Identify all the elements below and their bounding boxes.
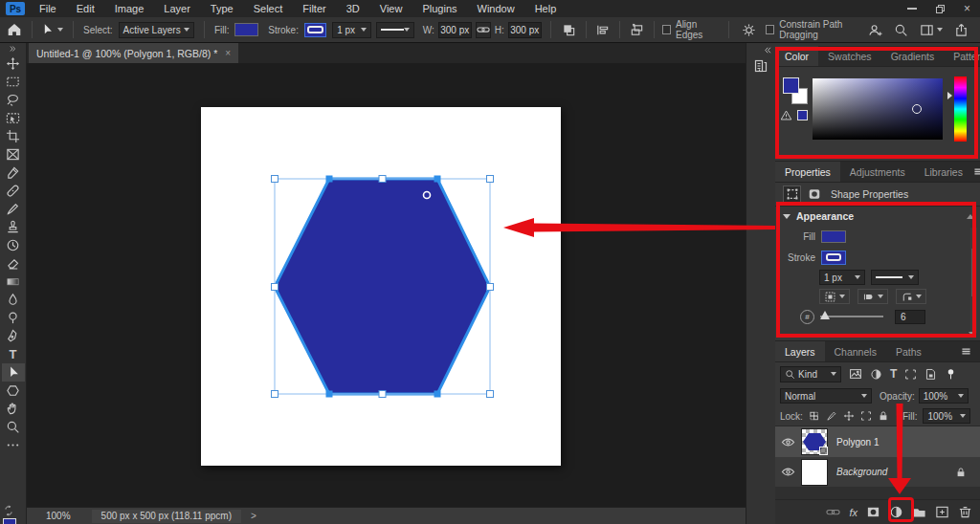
menu-type[interactable]: Type xyxy=(211,3,234,14)
lock-transparency-icon[interactable] xyxy=(809,410,820,422)
path-arrangement-button[interactable] xyxy=(627,21,646,39)
appearance-scrollbar[interactable] xyxy=(970,228,977,333)
sides-value-input[interactable]: 6 xyxy=(895,310,925,324)
blend-mode-dropdown[interactable]: Normal xyxy=(780,388,872,404)
frame-tool[interactable] xyxy=(2,145,25,164)
menu-plugins[interactable]: Plugins xyxy=(422,3,457,14)
lock-artboard-icon[interactable] xyxy=(860,410,872,422)
layer-name[interactable]: Background xyxy=(836,467,887,477)
healing-brush-tool[interactable] xyxy=(2,182,25,200)
expand-panels-icon[interactable] xyxy=(762,45,772,55)
kind-filter-dropdown[interactable]: Kind xyxy=(780,366,841,382)
history-panel-icon[interactable] xyxy=(753,58,768,74)
object-selection-tool[interactable] xyxy=(2,109,25,127)
new-adjustment-layer-icon[interactable] xyxy=(889,505,903,519)
layer-visibility-icon[interactable] xyxy=(781,435,795,449)
height-input[interactable]: 300 px xyxy=(508,22,542,38)
mask-properties-icon[interactable] xyxy=(805,186,823,204)
account-icon[interactable] xyxy=(868,23,882,37)
workspace-switcher[interactable] xyxy=(920,23,943,37)
width-input[interactable]: 300 px xyxy=(438,22,472,38)
stroke-align-dropdown[interactable] xyxy=(819,289,850,304)
polygon-shape[interactable] xyxy=(266,170,503,407)
menu-filter[interactable]: Filter xyxy=(302,3,325,14)
link-wh-icon[interactable] xyxy=(476,22,491,38)
sides-slider-thumb[interactable] xyxy=(820,311,830,319)
fill-color-swatch[interactable] xyxy=(234,23,259,36)
menu-image[interactable]: Image xyxy=(115,3,145,14)
share-icon[interactable] xyxy=(954,23,969,37)
menu-view[interactable]: View xyxy=(380,3,403,14)
brush-tool[interactable] xyxy=(2,200,25,218)
appearance-stroke-swatch[interactable] xyxy=(821,251,846,265)
path-operations-button[interactable] xyxy=(560,21,579,39)
pen-tool[interactable] xyxy=(2,327,25,345)
collapse-appearance-icon[interactable] xyxy=(783,214,791,219)
appearance-fill-swatch[interactable] xyxy=(821,230,846,243)
layer-row-polygon[interactable]: Polygon 1 xyxy=(775,426,980,457)
stroke-type-dropdown[interactable] xyxy=(376,22,414,38)
appearance-scrollbar-thumb[interactable] xyxy=(971,249,976,296)
history-brush-tool[interactable] xyxy=(2,236,25,254)
menu-3d[interactable]: 3D xyxy=(346,3,360,14)
clone-stamp-tool[interactable] xyxy=(2,218,25,236)
stroke-width-dropdown[interactable]: 1 px xyxy=(332,22,371,38)
tool-preset[interactable] xyxy=(40,23,63,36)
layer-style-icon[interactable]: fx xyxy=(849,507,858,518)
tab-properties[interactable]: Properties xyxy=(775,162,840,182)
eyedropper-tool[interactable] xyxy=(2,164,25,182)
tab-patterns[interactable]: Patterns xyxy=(944,46,980,66)
lock-position-icon[interactable] xyxy=(843,410,855,422)
layer-visibility-icon[interactable] xyxy=(781,465,795,479)
tab-paths[interactable]: Paths xyxy=(886,341,931,361)
appearance-stroke-type-dropdown[interactable] xyxy=(871,270,919,285)
menu-edit[interactable]: Edit xyxy=(77,3,95,14)
select-mode-dropdown[interactable]: Active Layers xyxy=(119,22,195,38)
constrain-path-checkbox[interactable] xyxy=(766,25,774,34)
opacity-dropdown[interactable]: 100% xyxy=(919,388,969,404)
filter-pixel-layers-icon[interactable] xyxy=(849,367,862,381)
layer-name[interactable]: Polygon 1 xyxy=(836,437,879,448)
tab-color[interactable]: Color xyxy=(775,46,818,66)
tab-swatches[interactable]: Swatches xyxy=(818,46,881,66)
swap-colors-icon[interactable] xyxy=(3,505,14,516)
path-selection-tool[interactable] xyxy=(2,363,25,382)
color-picker-ring[interactable] xyxy=(912,104,922,114)
window-minimize-button[interactable] xyxy=(907,8,917,10)
canvas-area[interactable] xyxy=(27,63,746,507)
blur-tool[interactable] xyxy=(2,291,25,309)
new-layer-icon[interactable] xyxy=(935,505,949,519)
dodge-tool[interactable] xyxy=(2,309,25,327)
tab-channels[interactable]: Channels xyxy=(825,341,886,361)
color-field[interactable] xyxy=(813,78,943,140)
path-alignment-button[interactable] xyxy=(593,21,612,39)
gear-icon[interactable] xyxy=(739,21,758,39)
tab-layers[interactable]: Layers xyxy=(775,341,825,361)
filter-type-layers-icon[interactable]: T xyxy=(890,367,897,381)
appearance-stroke-width-dropdown[interactable]: 1 px xyxy=(819,270,865,285)
filter-shape-layers-icon[interactable] xyxy=(904,368,917,381)
foreground-color-swatch[interactable] xyxy=(3,518,16,524)
eraser-tool[interactable] xyxy=(2,254,25,273)
link-layers-icon[interactable] xyxy=(826,505,840,519)
zoom-tool[interactable] xyxy=(2,418,25,436)
tab-gradients[interactable]: Gradients xyxy=(881,46,945,66)
shape-tool[interactable] xyxy=(2,382,25,400)
photoshop-logo[interactable]: Ps xyxy=(6,2,25,15)
gamut-color-chip[interactable] xyxy=(797,110,808,120)
foreground-color-box[interactable] xyxy=(783,77,799,94)
layer-thumbnail[interactable] xyxy=(802,429,827,454)
search-icon[interactable] xyxy=(894,23,908,37)
edit-toolbar-icon[interactable] xyxy=(2,436,25,454)
properties-panel-menu-icon[interactable] xyxy=(972,165,980,178)
layers-panel-menu-icon[interactable] xyxy=(960,345,972,358)
layer-fill-dropdown[interactable]: 100% xyxy=(923,408,970,424)
zoom-level[interactable]: 100% xyxy=(46,511,71,521)
move-tool[interactable] xyxy=(2,55,25,73)
status-chevron-icon[interactable]: > xyxy=(251,511,256,521)
transform-properties-icon[interactable] xyxy=(783,186,801,204)
window-close-button[interactable]: × xyxy=(964,4,970,13)
lock-paint-icon[interactable] xyxy=(826,410,837,422)
new-group-icon[interactable] xyxy=(912,505,926,519)
scroll-up-icon[interactable] xyxy=(967,214,974,219)
